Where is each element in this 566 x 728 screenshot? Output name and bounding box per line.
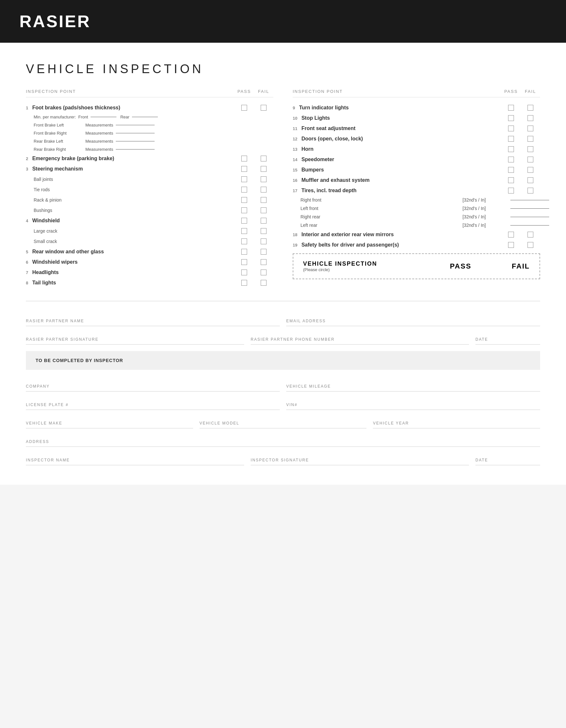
- item-2-pass-checkbox[interactable]: [241, 156, 247, 161]
- item-14-pass-checkbox[interactable]: [508, 157, 514, 162]
- inspector-name-field: INSPECTOR NAME: [26, 450, 244, 465]
- item-2-label: 2 Emergency brake (parking brake): [26, 156, 235, 161]
- pf-pass-label[interactable]: PASS: [450, 262, 471, 270]
- vin-field: VIN#: [286, 395, 540, 410]
- item-4-fail-checkbox[interactable]: [261, 218, 267, 224]
- item-13-pass-checkbox[interactable]: [508, 146, 514, 152]
- item-18-pass-checkbox[interactable]: [508, 232, 514, 237]
- make-field: VEHICLE MAKE: [26, 413, 193, 428]
- form-section-7: INSPECTOR NAME INSPECTOR SIGNATURE DATE: [26, 450, 540, 465]
- item-2-row: 2 Emergency brake (parking brake): [26, 153, 273, 164]
- item-8-fail-checkbox[interactable]: [261, 280, 267, 286]
- form-row-sig-phone-date: RASIER PARTNER SIGNATURE RASIER PARTNER …: [26, 329, 540, 345]
- item-8-pass-checkbox[interactable]: [241, 280, 247, 286]
- form-section-3: COMPANY VEHICLE MILEAGE: [26, 376, 540, 392]
- item-12-pass-checkbox[interactable]: [508, 136, 514, 142]
- address-label: ADDRESS: [26, 439, 540, 444]
- item-17-row: 17 Tires, incl. tread depth: [293, 185, 540, 196]
- phone-label: RASIER PARTNER PHONE NUMBER: [251, 337, 469, 342]
- item-3-fail-cell: [254, 166, 273, 172]
- item-17-pass-checkbox[interactable]: [508, 188, 514, 193]
- item-1-meas-fbr: Front Brake Right Measurements: [26, 129, 273, 137]
- item-2-pass-cell: [235, 156, 254, 161]
- item-7-fail-checkbox[interactable]: [261, 270, 267, 275]
- item-19-pass-checkbox[interactable]: [508, 242, 514, 248]
- item-14-fail-checkbox[interactable]: [527, 157, 533, 162]
- pass-fail-summary-box: VEHICLE INSPECTION (Please circle) PASS …: [293, 253, 540, 279]
- item-16-label: 16 Muffler and exhaust system: [293, 177, 501, 183]
- item-1-fail-checkbox[interactable]: [261, 105, 267, 111]
- item-9-pass-checkbox[interactable]: [508, 105, 514, 111]
- item-16-pass-checkbox[interactable]: [508, 177, 514, 183]
- item-11-fail-checkbox[interactable]: [527, 126, 533, 131]
- tread-left-front: Left front [32nd's / In]: [293, 204, 540, 213]
- item-2-fail-checkbox[interactable]: [261, 156, 267, 161]
- license-label: LICENSE PLATE #: [26, 403, 280, 407]
- item-5-label: 5 Rear window and other glass: [26, 249, 235, 255]
- item-5-fail-checkbox[interactable]: [261, 249, 267, 255]
- item-17-fail-checkbox[interactable]: [527, 188, 533, 193]
- item-4-label: 4 Windshield: [26, 218, 235, 224]
- item-17-label: 17 Tires, incl. tread depth: [293, 188, 501, 193]
- item-16-row: 16 Muffler and exhaust system: [293, 175, 540, 185]
- bushings-pass-checkbox[interactable]: [241, 207, 247, 213]
- item-15-pass-checkbox[interactable]: [508, 167, 514, 173]
- item-10-row: 10 Stop Lights: [293, 113, 540, 123]
- mileage-field: VEHICLE MILEAGE: [286, 376, 540, 392]
- form-section-5: VEHICLE MAKE VEHICLE MODEL VEHICLE YEAR: [26, 413, 540, 428]
- phone-field: RASIER PARTNER PHONE NUMBER: [251, 329, 469, 345]
- inspector-name-label: INSPECTOR NAME: [26, 458, 244, 462]
- item-10-pass-checkbox[interactable]: [508, 115, 514, 121]
- item-10-label: 10 Stop Lights: [293, 115, 501, 121]
- bushings-fail-checkbox[interactable]: [261, 207, 267, 213]
- item-3-sub-tie-rods: Tie rods: [26, 184, 273, 195]
- item-3-label: 3 Steering mechanism: [26, 166, 235, 172]
- item-5-pass-checkbox[interactable]: [241, 249, 247, 255]
- item-1-pass-checkbox[interactable]: [241, 105, 247, 111]
- item-8-row: 8 Tail lights: [26, 278, 273, 288]
- item-9-fail-checkbox[interactable]: [527, 105, 533, 111]
- tie-rods-pass-checkbox[interactable]: [241, 187, 247, 193]
- item-19-fail-checkbox[interactable]: [527, 242, 533, 248]
- small-crack-pass-checkbox[interactable]: [241, 238, 247, 244]
- tie-rods-fail-checkbox[interactable]: [261, 187, 267, 193]
- item-13-fail-checkbox[interactable]: [527, 146, 533, 152]
- company-field: COMPANY: [26, 376, 280, 392]
- item-11-pass-checkbox[interactable]: [508, 126, 514, 131]
- item-9-row: 9 Turn indicator lights: [293, 103, 540, 113]
- rack-pinion-pass-checkbox[interactable]: [241, 197, 247, 203]
- tread-right-rear: Right rear [32nd's / In]: [293, 213, 540, 221]
- ball-joints-pass-checkbox[interactable]: [241, 176, 247, 182]
- item-1-meas-fbl: Front Brake Left Measurements: [26, 121, 273, 129]
- item-6-pass-checkbox[interactable]: [241, 259, 247, 265]
- left-col-point-label: INSPECTION POINT: [26, 89, 235, 94]
- item-6-row: 6 Windshield wipers: [26, 257, 273, 267]
- item-16-fail-checkbox[interactable]: [527, 177, 533, 183]
- item-3-fail-checkbox[interactable]: [261, 166, 267, 172]
- item-6-fail-checkbox[interactable]: [261, 259, 267, 265]
- item-7-pass-checkbox[interactable]: [241, 270, 247, 275]
- ball-joints-fail-checkbox[interactable]: [261, 176, 267, 182]
- item-12-fail-checkbox[interactable]: [527, 136, 533, 142]
- signature-field: RASIER PARTNER SIGNATURE: [26, 329, 244, 345]
- pf-fail-label[interactable]: FAIL: [512, 262, 530, 270]
- vin-label: VIN#: [286, 403, 540, 407]
- large-crack-fail-checkbox[interactable]: [261, 228, 267, 234]
- item-10-fail-checkbox[interactable]: [527, 115, 533, 121]
- left-col-pass-label: PASS: [235, 89, 254, 94]
- model-field: VEHICLE MODEL: [200, 413, 367, 428]
- right-column: INSPECTION POINT PASS FAIL 9 Turn indica…: [293, 89, 540, 288]
- rack-pinion-fail-checkbox[interactable]: [261, 197, 267, 203]
- item-18-fail-checkbox[interactable]: [527, 232, 533, 237]
- item-15-fail-checkbox[interactable]: [527, 167, 533, 173]
- email-field: EMAIL ADDRESS: [286, 311, 540, 326]
- item-11-row: 11 Front seat adjustment: [293, 123, 540, 134]
- form-row-make-model-year: VEHICLE MAKE VEHICLE MODEL VEHICLE YEAR: [26, 413, 540, 428]
- item-13-row: 13 Horn: [293, 144, 540, 154]
- form-row-name-email: RASIER PARTNER NAME EMAIL ADDRESS: [26, 311, 540, 326]
- make-label: VEHICLE MAKE: [26, 421, 193, 425]
- large-crack-pass-checkbox[interactable]: [241, 228, 247, 234]
- item-4-pass-checkbox[interactable]: [241, 218, 247, 224]
- small-crack-fail-checkbox[interactable]: [261, 238, 267, 244]
- item-3-pass-checkbox[interactable]: [241, 166, 247, 172]
